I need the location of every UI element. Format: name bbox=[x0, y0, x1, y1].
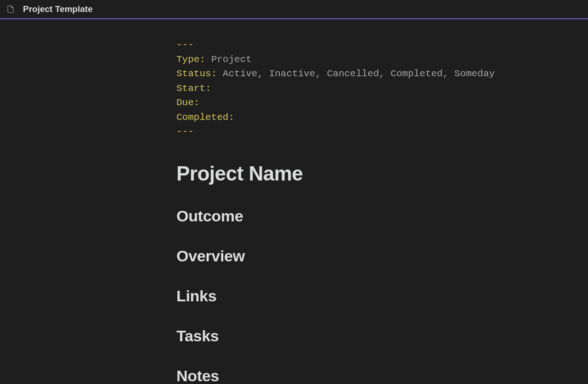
page-title: Project Template bbox=[23, 4, 93, 14]
file-icon bbox=[6, 5, 15, 13]
frontmatter-line-type: Type: Project bbox=[176, 52, 505, 67]
tab-header: Project Template bbox=[0, 0, 588, 19]
frontmatter-line-start: Start: bbox=[176, 81, 505, 96]
frontmatter-line-status: Status: Active, Inactive, Cancelled, Com… bbox=[176, 67, 505, 81]
heading-outcome[interactable]: Outcome bbox=[176, 207, 505, 225]
heading-notes[interactable]: Notes bbox=[176, 367, 505, 384]
heading-overview[interactable]: Overview bbox=[176, 247, 505, 265]
editor-content[interactable]: --- Type: Project Status: Active, Inacti… bbox=[0, 19, 505, 384]
heading-tasks[interactable]: Tasks bbox=[176, 327, 505, 345]
frontmatter-block[interactable]: --- Type: Project Status: Active, Inacti… bbox=[176, 38, 505, 139]
frontmatter-line-completed: Completed: bbox=[176, 110, 505, 125]
frontmatter-sep-top: --- bbox=[176, 38, 505, 52]
frontmatter-sep-bottom: --- bbox=[176, 124, 505, 139]
heading-project-name[interactable]: Project Name bbox=[176, 162, 505, 185]
frontmatter-line-due: Due: bbox=[176, 96, 505, 110]
heading-links[interactable]: Links bbox=[176, 287, 505, 305]
